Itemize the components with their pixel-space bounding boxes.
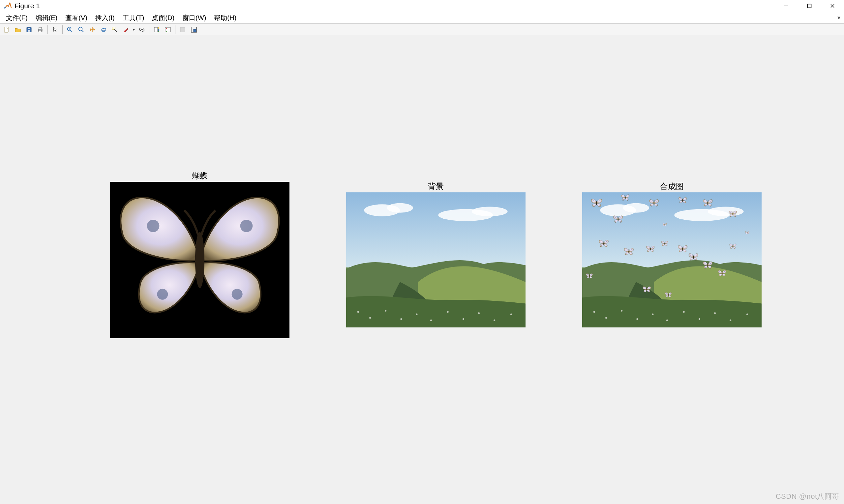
menubar: 文件(F) 编辑(E) 查看(V) 插入(I) 工具(T) 桌面(D) 窗口(W… <box>0 12 844 24</box>
svg-point-41 <box>116 31 117 32</box>
close-button[interactable] <box>821 0 844 12</box>
pointer-button[interactable] <box>50 24 60 35</box>
minimize-button[interactable] <box>775 0 798 12</box>
composite-image <box>582 192 762 327</box>
background-image <box>346 192 526 327</box>
pan-button[interactable] <box>87 24 98 35</box>
colorbar-button[interactable] <box>151 24 162 35</box>
zoom-out-button[interactable] <box>76 24 86 35</box>
svg-rect-51 <box>180 28 185 32</box>
titlebar: Figure 1 <box>0 0 844 12</box>
menu-view[interactable]: 查看(V) <box>61 12 91 23</box>
svg-rect-25 <box>4 27 8 32</box>
toolbar-separator <box>175 25 175 34</box>
svg-rect-30 <box>39 28 41 29</box>
menu-edit[interactable]: 编辑(E) <box>32 12 62 23</box>
svg-rect-28 <box>28 30 30 32</box>
toolbar-separator <box>48 25 48 34</box>
menu-desktop[interactable]: 桌面(D) <box>148 12 178 23</box>
zoom-in-button[interactable] <box>65 24 75 35</box>
hide-plot-tools-button[interactable] <box>177 24 188 35</box>
maximize-button[interactable] <box>798 0 821 12</box>
svg-rect-40 <box>112 27 115 29</box>
toolbar: ▼ <box>0 24 844 36</box>
menu-help[interactable]: 帮助(H) <box>210 12 240 23</box>
subplot-title: 蝴蝶 <box>110 170 290 181</box>
window-title: Figure 1 <box>15 2 40 10</box>
print-button[interactable] <box>35 24 46 35</box>
matlab-app-icon <box>3 1 13 11</box>
subplot-butterfly[interactable]: 蝴蝶 <box>110 182 290 338</box>
svg-line-37 <box>82 30 83 32</box>
subplot-title: 背景 <box>346 181 526 192</box>
subplot-title: 合成图 <box>582 181 762 192</box>
dock-figure-button[interactable] <box>189 24 199 35</box>
link-plots-button[interactable] <box>137 24 147 35</box>
svg-rect-43 <box>154 28 158 32</box>
svg-rect-45 <box>158 28 159 29</box>
svg-rect-53 <box>193 29 196 32</box>
svg-rect-22 <box>808 4 811 8</box>
data-cursor-button[interactable] <box>109 24 120 35</box>
svg-line-33 <box>71 30 72 32</box>
open-file-button[interactable] <box>13 24 23 35</box>
new-figure-button[interactable] <box>1 24 12 35</box>
save-button[interactable] <box>24 24 34 35</box>
menu-insert[interactable]: 插入(I) <box>91 12 119 23</box>
toolbar-separator <box>149 25 149 34</box>
menu-file[interactable]: 文件(F) <box>2 12 32 23</box>
svg-rect-31 <box>39 30 41 32</box>
svg-rect-46 <box>158 31 159 32</box>
brush-button[interactable] <box>121 24 131 35</box>
watermark-text: CSDN @not八阿哥 <box>776 491 839 501</box>
menu-window[interactable]: 窗口(W) <box>178 12 210 23</box>
subplot-composite[interactable]: 合成图 <box>582 192 762 327</box>
brush-dropdown-icon[interactable]: ▼ <box>132 28 136 32</box>
menu-tools[interactable]: 工具(T) <box>119 12 148 23</box>
figure-canvas[interactable]: 蝴蝶 背景 合成图 CSDN @not八阿哥 <box>0 35 844 504</box>
subplot-background[interactable]: 背景 <box>346 192 526 327</box>
rotate-3d-button[interactable] <box>98 24 109 35</box>
menu-overflow-icon[interactable]: ▾ <box>835 12 843 23</box>
legend-button[interactable] <box>162 24 173 35</box>
toolbar-separator <box>62 25 63 34</box>
butterfly-image <box>110 182 290 338</box>
svg-rect-27 <box>28 28 30 29</box>
